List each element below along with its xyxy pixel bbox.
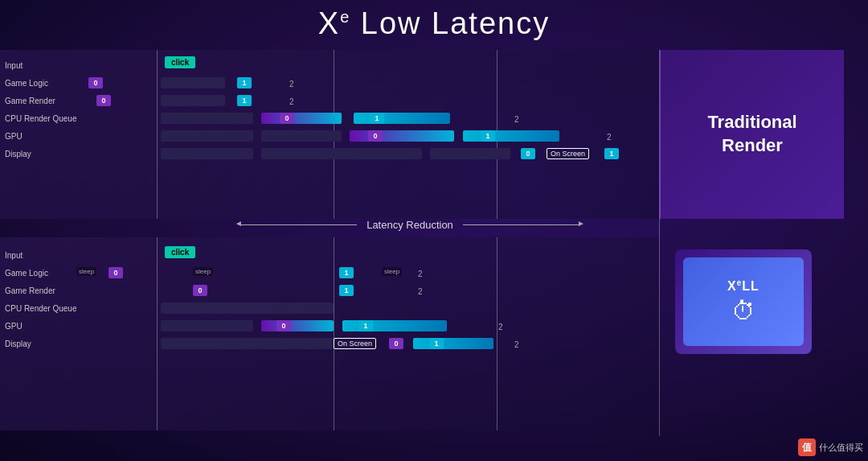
top-display-badge-0: 0 bbox=[521, 148, 535, 159]
watermark-text: 什么值得买 bbox=[819, 442, 863, 454]
top-cpuqueue-badge-0: 0 bbox=[280, 113, 294, 124]
xe-label: Xe bbox=[318, 6, 350, 40]
top-gamelogic-badge-1: 1 bbox=[237, 77, 252, 88]
top-cpuqueue-bar3 bbox=[354, 113, 450, 124]
bot-gamelogic-badge-1: 1 bbox=[339, 267, 354, 278]
top-gamerender-bar-dark bbox=[161, 95, 225, 106]
top-cpuqueue-num2: 2 bbox=[514, 115, 519, 124]
top-gamerender-badge-1: 1 bbox=[237, 95, 252, 106]
top-display-bar2 bbox=[261, 148, 422, 159]
bot-gamerender-num2: 2 bbox=[418, 287, 423, 296]
top-display-label: Display bbox=[5, 150, 31, 158]
bot-gpu-num2: 2 bbox=[498, 323, 503, 331]
latency-reduction-section: Latency Reduction bbox=[241, 219, 579, 231]
bot-sleep-2: sleep bbox=[193, 267, 213, 276]
top-gpu-badge-0: 0 bbox=[368, 130, 383, 142]
bot-onscreen-badge: On Screen bbox=[334, 338, 376, 349]
bot-cpuqueue-label: CPU Render Queue bbox=[5, 304, 77, 313]
bot-gpu-badge-1: 1 bbox=[358, 320, 373, 331]
watermark-icon: 值 bbox=[798, 438, 816, 456]
bot-gpu-label: GPU bbox=[5, 322, 23, 331]
top-gamelogic-badge-0: 0 bbox=[88, 77, 103, 88]
top-onscreen-badge: On Screen bbox=[547, 148, 589, 159]
top-cpuqueue-badge-1: 1 bbox=[370, 113, 384, 124]
bot-gpu-bar1 bbox=[161, 320, 253, 331]
bot-gamerender-badge-0: 0 bbox=[193, 285, 207, 296]
top-cpuqueue-bar2 bbox=[261, 113, 342, 124]
top-gamerender-label: Game Render bbox=[5, 97, 55, 105]
top-display-bar1 bbox=[161, 148, 253, 159]
bot-sleep-1: sleep bbox=[76, 267, 96, 276]
top-gpu-bar1 bbox=[161, 130, 253, 142]
bot-display-badge-1: 1 bbox=[429, 338, 444, 349]
bot-click-label: click bbox=[165, 246, 195, 258]
top-display-badge-1: 1 bbox=[604, 148, 619, 159]
traditional-render-box: Traditional Render bbox=[659, 50, 844, 219]
bot-vline-1 bbox=[157, 237, 158, 430]
top-cpuqueue-label: CPU Render Queue bbox=[5, 114, 77, 123]
top-display-bar3 bbox=[430, 148, 510, 159]
top-gpu-badge-1: 1 bbox=[481, 130, 495, 142]
xell-title: XeLL bbox=[727, 278, 760, 294]
bot-display-bar1 bbox=[161, 338, 334, 349]
bot-vline-2 bbox=[334, 237, 334, 430]
bot-gpu-bar2 bbox=[261, 320, 334, 331]
latency-arrow-right bbox=[463, 224, 579, 225]
bot-gpu-badge-0: 0 bbox=[276, 320, 291, 331]
top-gamelogic-label: Game Logic bbox=[5, 79, 48, 88]
bot-display-num2: 2 bbox=[514, 340, 519, 349]
vline-1 bbox=[157, 50, 158, 219]
page-title: Xe Low Latency bbox=[0, 6, 868, 41]
bot-display-bar2 bbox=[413, 338, 493, 349]
bot-cpuqueue-bar bbox=[161, 303, 334, 314]
top-gpu-bar3 bbox=[350, 130, 454, 142]
top-gpu-num2: 2 bbox=[607, 133, 612, 142]
bot-display-label: Display bbox=[5, 340, 31, 348]
top-gpu-label: GPU bbox=[5, 132, 23, 141]
bot-sleep-3: sleep bbox=[382, 267, 402, 276]
top-input-label: Input bbox=[5, 61, 23, 70]
top-gpu-bar4 bbox=[463, 130, 559, 142]
bot-gamelogic-badge-0: 0 bbox=[108, 267, 123, 278]
bot-input-label: Input bbox=[5, 251, 23, 260]
xell-logo-box: XeLL ⏱ bbox=[675, 249, 812, 354]
top-gamelogic-bar-dark bbox=[161, 77, 225, 88]
top-gamerender-num2: 2 bbox=[289, 97, 294, 106]
bot-gamelogic-num2: 2 bbox=[418, 270, 423, 278]
bot-gamerender-badge-1: 1 bbox=[339, 285, 354, 296]
traditional-render-title: Traditional Render bbox=[707, 111, 796, 157]
latency-arrow-left bbox=[241, 224, 357, 225]
top-click-label: click bbox=[165, 56, 195, 68]
bot-display-badge-0: 0 bbox=[389, 338, 403, 349]
latency-text: Latency Reduction bbox=[357, 219, 463, 231]
watermark: 值 什么值得买 bbox=[798, 438, 863, 456]
top-gamerender-badge-0: 0 bbox=[96, 95, 111, 106]
bot-gamerender-label: Game Render bbox=[5, 286, 55, 295]
top-gamelogic-num2: 2 bbox=[289, 80, 294, 88]
bot-gamelogic-label: Game Logic bbox=[5, 269, 48, 278]
top-gpu-bar2 bbox=[261, 130, 342, 142]
top-cpuqueue-bar1 bbox=[161, 113, 253, 124]
bottom-section bbox=[0, 237, 659, 430]
bot-vline-3 bbox=[497, 237, 497, 430]
xell-stopwatch-icon: ⏱ bbox=[731, 298, 755, 325]
xell-inner: XeLL ⏱ bbox=[683, 257, 804, 346]
